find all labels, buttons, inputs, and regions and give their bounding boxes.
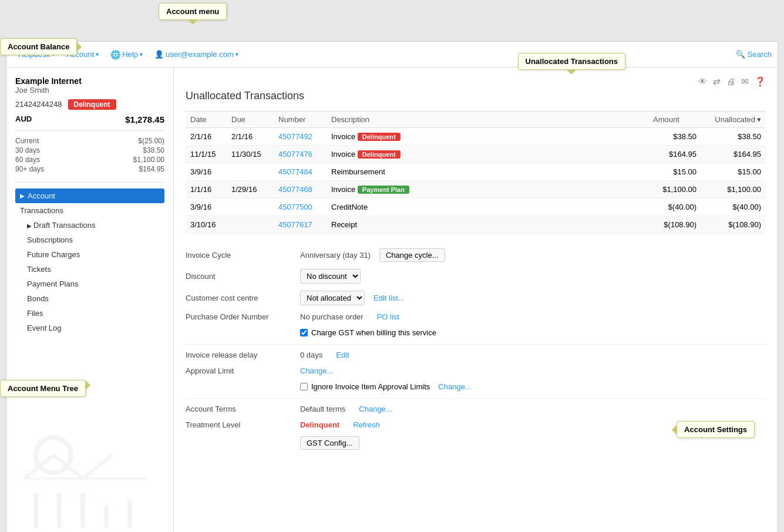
cell-date: 11/1/15 [186, 146, 227, 163]
cell-due: 11/30/15 [227, 146, 274, 163]
treatment-label: Treatment Level [186, 420, 291, 429]
active-arrow: ▶ [20, 193, 25, 199]
menu-item-label: Files [27, 309, 43, 318]
cell-amount: $164.95 [648, 146, 701, 163]
cell-due [227, 163, 274, 181]
callout-account-menu-tree: Account Menu Tree [0, 380, 86, 397]
invoice-cycle-value: Anniversary (day 31) [300, 251, 371, 260]
table-icons: 👁 ⇄ 🖨 ✉ ❓ [186, 76, 766, 87]
cell-description: Receipt [327, 216, 648, 234]
menu-item-label: Subscriptions [27, 235, 73, 244]
account-number: 21424244248 [15, 100, 62, 109]
nav-right: 🔍 Search [736, 50, 772, 59]
cell-number[interactable]: 45077476 [274, 146, 327, 163]
cell-date: 3/9/16 [186, 198, 227, 216]
cell-description: Reimbursement [327, 163, 648, 181]
delinquent-badge: Delinquent [358, 150, 401, 159]
sidebar-menu-item[interactable]: ▶Draft Transactions [15, 218, 164, 233]
cost-centre-label: Customer cost centre [186, 294, 291, 302]
menu-item-label: Draft Transactions [33, 221, 96, 230]
release-delay-value: 0 days [300, 351, 322, 359]
sidebar-menu-item[interactable]: Files [15, 306, 164, 321]
sidebar-menu-item[interactable]: ▶ Account [15, 188, 164, 203]
ignore-approval-checkbox[interactable] [300, 383, 308, 390]
aging-rows: Current$(25.00)30 days$38.5060 days$1,10… [15, 137, 164, 173]
cell-unallocated: $15.00 [701, 163, 766, 181]
table-row: 2/1/16 2/1/16 45077492 Invoice Delinquen… [186, 128, 766, 146]
settings-divider-1 [186, 344, 766, 345]
account-terms-label: Account Terms [186, 405, 291, 413]
help-icon[interactable]: ❓ [755, 76, 766, 87]
treatment-value: Delinquent [300, 420, 339, 429]
approval-limit-label: Approval Limit [186, 366, 291, 375]
sidebar-menu-item[interactable]: Payment Plans [15, 277, 164, 291]
cost-centre-select[interactable]: Not allocated [300, 291, 365, 305]
cell-date: 3/9/16 [186, 163, 227, 181]
callout-account-menu: Account menu [159, 3, 227, 20]
sidebar-menu-item[interactable]: Future Charges [15, 247, 164, 262]
po-list-link[interactable]: PO list [377, 312, 399, 321]
cell-amount: $1,100.00 [648, 181, 701, 198]
cell-number[interactable]: 45077468 [274, 181, 327, 198]
cell-due: 2/1/16 [227, 128, 274, 146]
gst-checkbox-row: Charge GST when billing this service [300, 328, 436, 337]
release-delay-edit-link[interactable]: Edit [336, 351, 349, 359]
settings-divider-2 [186, 398, 766, 399]
approval-limit-link[interactable]: Change... [300, 366, 333, 375]
delinquent-badge: Delinquent [68, 99, 116, 110]
sidebar-menu-item[interactable]: Subscriptions [15, 233, 164, 247]
cell-number[interactable]: 45077500 [274, 198, 327, 216]
table-header-row: Date Due Number Description Amount Unall… [186, 112, 766, 128]
cell-number[interactable]: 45077492 [274, 128, 327, 146]
change-cycle-button[interactable]: Change cycle... [379, 248, 445, 262]
aging-label: 90+ days [15, 165, 44, 173]
svg-point-14 [127, 499, 133, 505]
edit-list-link[interactable]: Edit list... [374, 294, 405, 302]
cell-date: 2/1/16 [186, 128, 227, 146]
aging-row: Current$(25.00) [15, 137, 164, 145]
account-info: Example Internet Joe Smith 21424244248 D… [15, 76, 164, 173]
account-terms-change-link[interactable]: Change... [359, 405, 392, 413]
user-chevron: ▾ [235, 51, 238, 58]
menu-item-label: Account [28, 191, 55, 200]
sidebar-menu-item[interactable]: Transactions [15, 203, 164, 218]
cell-unallocated: $(40.00) [701, 198, 766, 216]
nav-help[interactable]: 🌐 Help ▾ [105, 42, 149, 67]
svg-line-2 [53, 455, 83, 479]
callout-account-balance-label: Account Balance [8, 42, 69, 51]
discount-select[interactable]: No discount [300, 269, 361, 284]
eye-icon[interactable]: 👁 [698, 76, 707, 87]
email-icon[interactable]: ✉ [741, 76, 749, 87]
cell-number[interactable]: 45077617 [274, 216, 327, 234]
print-icon[interactable]: 🖨 [726, 76, 735, 87]
aging-value: $1,100.00 [133, 156, 164, 164]
aging-label: 60 days [15, 156, 40, 164]
aging-label: 30 days [15, 146, 40, 154]
search-label: Search [748, 50, 772, 59]
gst-config-button[interactable]: GST Config... [300, 436, 359, 450]
menu-divider [15, 182, 164, 183]
cost-centre-row: Customer cost centre Not allocated Edit … [186, 291, 766, 305]
user-icon: 👤 [154, 50, 164, 59]
cell-number[interactable]: 45077484 [274, 163, 327, 181]
col-header-unallocated[interactable]: Unallocated ▾ [701, 112, 766, 128]
treatment-refresh-link[interactable]: Refresh [353, 420, 380, 429]
cell-unallocated: $164.95 [701, 146, 766, 163]
col-header-due: Due [227, 112, 274, 128]
switch-icon[interactable]: ⇄ [713, 76, 721, 87]
sidebar-menu-item[interactable]: Tickets [15, 262, 164, 277]
po-value: No purchase order [300, 312, 364, 321]
gst-label: Charge GST when billing this service [311, 328, 436, 337]
cell-amount: $15.00 [648, 163, 701, 181]
help-chevron: ▾ [140, 51, 143, 58]
gst-checkbox[interactable] [300, 329, 308, 336]
svg-point-13 [103, 505, 109, 511]
ignore-approval-link[interactable]: Change... [438, 382, 471, 391]
aging-value: $(25.00) [138, 137, 164, 145]
balance-amount: $1,278.45 [125, 115, 164, 124]
sidebar-menu-item[interactable]: Event Log [15, 321, 164, 335]
sidebar-menu-item[interactable]: Bonds [15, 291, 164, 306]
search-button[interactable]: 🔍 Search [736, 50, 772, 59]
nav-user[interactable]: 👤 user@example.com ▾ [149, 42, 244, 67]
sidebar-watermark [18, 420, 161, 532]
